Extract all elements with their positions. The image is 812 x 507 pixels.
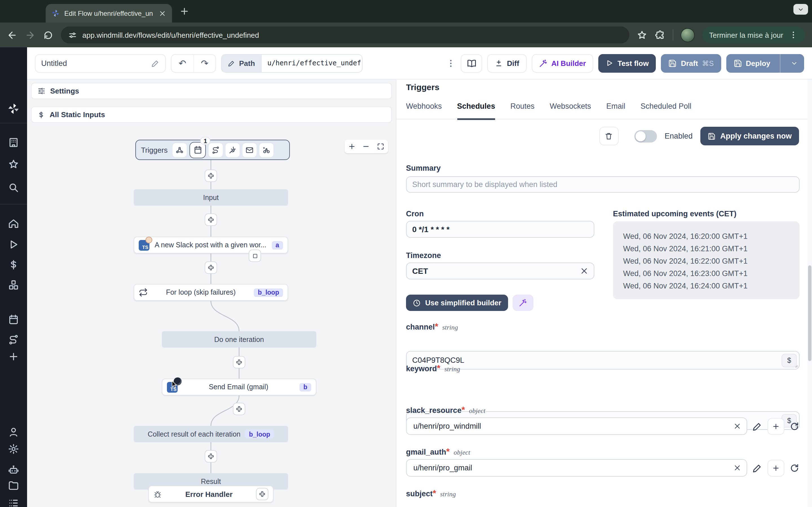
sidebar-item-variables[interactable] — [8, 259, 19, 270]
url-bar[interactable]: app.windmill.dev/flows/edit/u/henri/effe… — [61, 26, 629, 43]
resource-picker[interactable] — [406, 459, 747, 476]
channel-input[interactable] — [407, 356, 781, 364]
send-email-node[interactable]: TS Send Email (gmail) b — [162, 379, 316, 395]
sidebar-item-logs[interactable] — [8, 497, 19, 507]
collect-result-node[interactable]: Collect result of each iteration b_loop — [134, 426, 288, 442]
route-trigger-icon[interactable] — [209, 143, 223, 157]
sidebar-item-add[interactable] — [8, 351, 19, 362]
add-resource-button[interactable] — [767, 459, 784, 476]
for-loop-node[interactable]: For loop (skip failures) b_loop — [134, 284, 288, 301]
cron-input[interactable] — [406, 221, 594, 238]
summary-input[interactable] — [406, 176, 800, 193]
site-settings-icon[interactable] — [68, 31, 77, 39]
flow-name-input[interactable]: Untitled — [35, 54, 166, 72]
sidebar-item-settings[interactable] — [8, 443, 19, 455]
sidebar-item-schedules[interactable] — [8, 314, 19, 325]
clear-resource-icon[interactable] — [733, 464, 741, 471]
apply-changes-button[interactable]: Apply changes now — [700, 127, 799, 145]
timezone-field[interactable] — [406, 263, 594, 279]
tab-schedules[interactable]: Schedules — [457, 102, 495, 120]
diff-button[interactable]: Diff — [487, 54, 526, 72]
sidebar-item-workspace[interactable] — [8, 137, 19, 148]
path-label[interactable]: Path — [221, 54, 261, 72]
resource-picker[interactable] — [406, 417, 747, 435]
sidebar-item-routes[interactable] — [8, 334, 19, 345]
deploy-dropdown-button[interactable] — [784, 59, 804, 67]
tab-scheduled-poll[interactable]: Scheduled Poll — [641, 102, 691, 119]
browser-tab[interactable]: Edit Flow u/henri/effective_un — [46, 4, 172, 22]
fit-view-icon[interactable] — [377, 143, 385, 151]
zoom-in-icon[interactable] — [348, 143, 356, 151]
add-step-button[interactable] — [205, 214, 217, 226]
resize-handle[interactable] — [794, 363, 798, 368]
scrollbar-thumb[interactable] — [808, 265, 811, 361]
add-error-handler-button[interactable] — [256, 488, 268, 500]
draft-button[interactable]: Draft ⌘S — [661, 54, 721, 72]
email-trigger-icon[interactable] — [243, 143, 257, 157]
undo-button[interactable]: ↶ — [171, 54, 193, 72]
tab-webhooks[interactable]: Webhooks — [406, 102, 442, 119]
schedule-trigger-icon[interactable]: 1 — [190, 142, 206, 158]
panel-scrollbar[interactable] — [808, 79, 812, 507]
windmill-logo-icon[interactable] — [7, 103, 20, 115]
browser-menu-icon[interactable] — [789, 31, 798, 40]
websocket-trigger-icon[interactable] — [225, 143, 240, 157]
tab-search-button[interactable] — [794, 4, 808, 15]
triggers-node[interactable]: Triggers 1 — [135, 140, 290, 160]
sidebar-item-resources[interactable] — [8, 279, 19, 291]
search-icon[interactable] — [8, 182, 19, 193]
use-simplified-builder-button[interactable]: Use simplified builder — [406, 295, 508, 311]
flow-settings-bar[interactable]: Settings — [31, 83, 392, 99]
sidebar-item-users[interactable] — [8, 427, 19, 438]
back-icon[interactable] — [7, 30, 17, 40]
slack-step-node[interactable]: TS A new Slack post with a given wor... … — [134, 237, 288, 253]
browser-update-button[interactable]: Terminer la mise à jour — [702, 26, 805, 43]
sidebar-item-home[interactable] — [8, 218, 19, 229]
webhook-trigger-icon[interactable] — [172, 143, 187, 157]
tab-websockets[interactable]: Websockets — [550, 102, 591, 119]
refresh-resource-icon[interactable] — [790, 463, 800, 473]
close-tab-icon[interactable] — [158, 9, 166, 17]
clear-resource-icon[interactable] — [733, 422, 741, 430]
bookmark-star-icon[interactable] — [637, 30, 647, 40]
error-handler-node[interactable]: Error Handler — [148, 486, 273, 503]
add-step-button[interactable] — [205, 170, 217, 182]
slack-resource-input[interactable] — [412, 421, 733, 431]
ai-cron-button[interactable] — [513, 295, 534, 311]
add-step-button[interactable] — [205, 450, 217, 462]
new-tab-icon[interactable] — [179, 6, 190, 16]
more-options-icon[interactable] — [446, 58, 456, 68]
add-step-button[interactable] — [205, 262, 217, 274]
deploy-button[interactable]: Deploy — [726, 54, 804, 72]
enabled-toggle[interactable] — [634, 130, 657, 142]
zoom-out-icon[interactable] — [362, 143, 370, 151]
path-value[interactable]: u/henri/effective_undef — [261, 54, 363, 72]
clear-timezone-icon[interactable] — [580, 267, 588, 275]
run-until-here-button[interactable] — [249, 249, 261, 262]
input-node[interactable]: Input — [134, 189, 288, 206]
reload-icon[interactable] — [43, 30, 54, 40]
edit-resource-icon[interactable] — [752, 421, 762, 431]
sidebar-item-runs[interactable] — [8, 239, 19, 250]
edit-name-pencil-icon[interactable] — [151, 59, 160, 67]
sidebar-item-favorites[interactable] — [8, 159, 19, 170]
redo-button[interactable]: ↷ — [193, 54, 215, 72]
extensions-icon[interactable] — [654, 30, 665, 40]
forward-icon[interactable] — [25, 30, 36, 40]
gmail-auth-input[interactable] — [412, 463, 733, 473]
scheduled-poll-trigger-icon[interactable] — [259, 143, 273, 157]
all-static-inputs-bar[interactable]: All Static Inputs — [31, 107, 392, 123]
tab-email[interactable]: Email — [606, 102, 625, 119]
edit-resource-icon[interactable] — [752, 463, 762, 473]
do-one-iteration-node[interactable]: Do one iteration — [162, 331, 316, 348]
profile-avatar[interactable] — [680, 28, 695, 42]
add-step-button[interactable] — [233, 356, 245, 369]
timezone-input[interactable] — [407, 267, 580, 276]
ai-builder-button[interactable]: AI Builder — [531, 54, 593, 72]
sidebar-item-folders[interactable] — [8, 480, 19, 491]
docs-button[interactable] — [461, 54, 482, 72]
tab-routes[interactable]: Routes — [510, 102, 535, 119]
channel-field[interactable]: $ — [406, 351, 800, 370]
test-flow-button[interactable]: Test flow — [598, 54, 656, 72]
delete-schedule-button[interactable] — [599, 127, 618, 145]
